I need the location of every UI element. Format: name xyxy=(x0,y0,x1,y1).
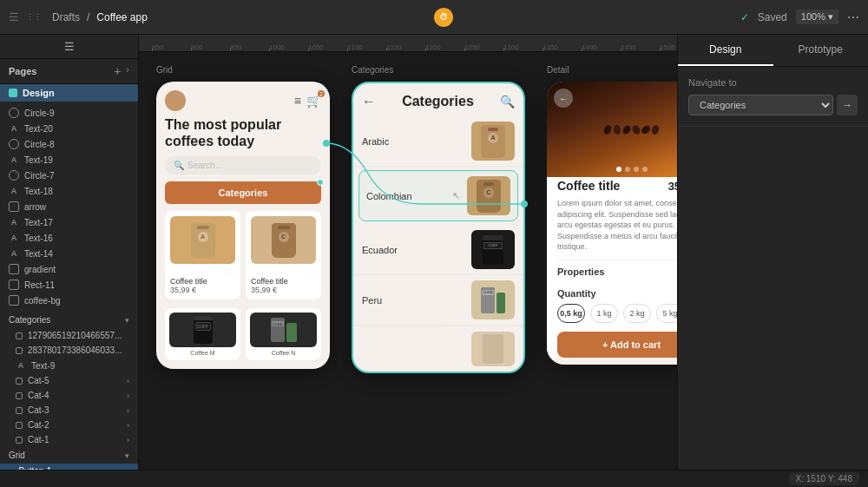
cat-item-arabic[interactable]: Arabic A xyxy=(353,116,523,167)
tab-prototype[interactable]: Prototype xyxy=(773,35,869,66)
sidebar-item-cat3[interactable]: Cat-3 › xyxy=(0,403,138,418)
zoom-badge[interactable]: 100% ▾ xyxy=(796,10,838,24)
product-img-4: CUBA xyxy=(250,313,317,347)
navigate-go-button[interactable]: → xyxy=(837,95,858,115)
detail-title: Coffee title xyxy=(557,179,620,193)
sidebar-item-text14[interactable]: A Text-14 xyxy=(0,246,138,261)
topbar-right: ✓ Saved 100% ▾ ⋯ xyxy=(740,10,859,24)
sidebar-item-text20[interactable]: A Text-20 xyxy=(0,121,138,136)
sidebar-item-text16[interactable]: A Text-16 xyxy=(0,230,138,246)
filter-icon[interactable]: ≡ xyxy=(294,94,301,108)
frame-grid: Grid ≡ 🛒 2 The most xyxy=(156,65,330,369)
quantity-label: Quantity xyxy=(557,288,677,299)
product-heart-1[interactable]: ♡ xyxy=(170,267,235,277)
cat-item-ecuador[interactable]: Ecuador COFF xyxy=(353,225,523,275)
topbar: ☰ ⋮⋮ Drafts / Coffee app ⏱ ✓ Saved 100% … xyxy=(0,0,868,35)
frame-detail: Detail xyxy=(547,65,677,365)
grid-title: The most popular coffees today xyxy=(156,116,330,156)
qty-option-2[interactable]: 1 kg xyxy=(590,304,618,323)
sidebar-item-cat4[interactable]: Cat-4 › xyxy=(0,388,138,403)
grid-header: ≡ 🛒 2 xyxy=(156,82,330,116)
cat-header: ← Categories 🔍 xyxy=(353,83,523,116)
main: ☰ Pages + › Design Circle-9 A xyxy=(0,35,868,470)
sidebar-item-circle8[interactable]: Circle-8 xyxy=(0,136,138,152)
product-card-3[interactable]: COFF Coffee M xyxy=(165,308,240,360)
breadcrumb-drafts[interactable]: Drafts xyxy=(52,11,80,23)
cart-icon[interactable]: 🛒 2 xyxy=(306,94,321,108)
sidebar-item-circle9[interactable]: Circle-9 xyxy=(0,105,138,121)
sidebar-item-text17[interactable]: A Text-17 xyxy=(0,214,138,230)
detail-properties-row[interactable]: Properties ∨ xyxy=(557,260,677,283)
right-panel-tabs: Design Prototype xyxy=(678,35,868,67)
pages-label: Pages xyxy=(9,66,36,76)
product-img-3: COFF xyxy=(169,313,236,347)
detail-hero-image: ← ♡ xyxy=(547,82,677,177)
detail-phone[interactable]: ← ♡ Coffee title xyxy=(547,82,677,365)
product-name-2: Coffee title xyxy=(251,277,316,286)
product-label-3: Coffee M xyxy=(169,350,236,356)
grid-search[interactable]: 🔍 Search... xyxy=(165,156,321,174)
grid-avatar xyxy=(165,90,186,111)
product-img-2: C xyxy=(251,216,316,264)
sidebar-item-button1[interactable]: ● Button-1 ▾ xyxy=(0,464,138,470)
canvas: 850 900 950 1000 1050 1100 1150 1200 125… xyxy=(139,35,677,470)
detail-title-row: Coffee title 35,99 € xyxy=(557,179,677,193)
grid-phone[interactable]: ≡ 🛒 2 The most popular coffees today 🔍 S… xyxy=(156,82,330,369)
grid-section-header[interactable]: Grid ▾ xyxy=(0,447,138,464)
sidebar-item-arrow[interactable]: arrow xyxy=(0,199,138,214)
detail-back-button[interactable]: ← xyxy=(554,89,573,108)
navigate-to-label: Navigate to xyxy=(688,77,858,88)
sidebar-menu-icon[interactable]: ☰ xyxy=(64,40,75,53)
product-heart-2[interactable]: ♡ xyxy=(251,267,316,277)
dot-4 xyxy=(642,167,648,172)
product-price-2: 35,99 € xyxy=(251,286,316,294)
product-card-4[interactable]: CUBA Coffee N xyxy=(246,308,321,360)
more-options[interactable]: ⋯ xyxy=(847,10,859,24)
sidebar: ☰ Pages + › Design Circle-9 A xyxy=(0,35,139,470)
sidebar-item-circle7[interactable]: Circle-7 xyxy=(0,168,138,183)
categories-button[interactable]: Categories xyxy=(165,181,321,204)
ruler-horizontal: 850 900 950 1000 1050 1100 1150 1200 125… xyxy=(139,35,677,52)
topbar-left: ☰ ⋮⋮ Drafts / Coffee app xyxy=(9,10,148,23)
navigate-select[interactable]: Categories xyxy=(688,95,833,115)
sidebar-item-gradient[interactable]: gradient xyxy=(0,261,138,277)
back-icon[interactable]: ← xyxy=(362,94,376,109)
cat-img-peru: CUBA xyxy=(471,280,515,319)
add-to-cart-button[interactable]: + Add to cart xyxy=(557,332,677,358)
sidebar-item-cat1[interactable]: Cat-1 › xyxy=(0,432,138,447)
cat-item-colombian[interactable]: Colombian ↖ C xyxy=(358,170,518,221)
product-card-1[interactable]: A ♡ Coffee title 35,99 € xyxy=(165,211,240,299)
frame-categories: Categories ← Categories 🔍 Arabic xyxy=(352,65,525,373)
sidebar-item-cat-2[interactable]: 283780173386046033... xyxy=(0,343,138,358)
categories-section-header[interactable]: Categories ▾ xyxy=(0,312,138,328)
pages-expand[interactable]: › xyxy=(126,64,129,78)
sidebar-item-cat5[interactable]: Cat-5 › xyxy=(0,373,138,388)
dot-2 xyxy=(625,167,630,172)
add-page-button[interactable]: + xyxy=(114,64,121,78)
cat-search-icon[interactable]: 🔍 xyxy=(500,95,515,109)
categories-phone[interactable]: ← Categories 🔍 Arabic A xyxy=(352,82,525,373)
dot-3 xyxy=(634,167,639,172)
frame-categories-label: Categories xyxy=(352,65,525,75)
qty-option-4[interactable]: 5 kg xyxy=(656,304,677,323)
btn-dot xyxy=(317,179,324,186)
sidebar-item-rect11[interactable]: Rect-11 xyxy=(0,277,138,293)
cat-item-peru[interactable]: Peru CUBA xyxy=(353,275,523,326)
tab-design[interactable]: Design xyxy=(678,35,773,66)
sidebar-item-coffeebg[interactable]: coffee-bg xyxy=(0,293,138,308)
right-panel: Design Prototype Navigate to Categories … xyxy=(677,35,868,470)
sidebar-item-cat2[interactable]: Cat-2 › xyxy=(0,418,138,432)
sidebar-item-text19[interactable]: A Text-19 xyxy=(0,152,138,168)
sidebar-item-cat-1[interactable]: 127906519210466557... xyxy=(0,328,138,343)
frame-detail-label: Detail xyxy=(547,65,677,75)
topbar-center: ⏱ xyxy=(434,8,453,27)
canvas-area: Grid ≡ 🛒 2 The most xyxy=(148,56,677,470)
qty-option-3[interactable]: 2 kg xyxy=(623,304,651,323)
sidebar-item-cat-text9[interactable]: A Text-9 xyxy=(0,358,138,373)
qty-option-1[interactable]: 0,5 kg xyxy=(557,304,585,323)
cat-title: Categories xyxy=(402,94,474,109)
product-card-2[interactable]: C ♡ Coffee title 35,99 € xyxy=(246,211,321,299)
grid-bottom-row: COFF Coffee M CUBA xyxy=(156,308,330,369)
detail-description: Lorem ipsum dolor sit amet, consectetur … xyxy=(557,198,677,253)
sidebar-item-text18[interactable]: A Text-18 xyxy=(0,183,138,199)
